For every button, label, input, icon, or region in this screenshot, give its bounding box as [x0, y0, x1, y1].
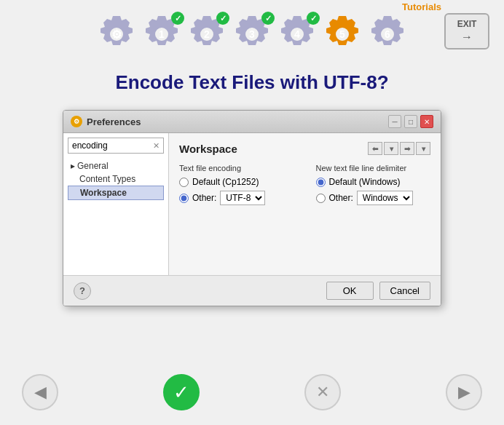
help-button[interactable]: ? [74, 282, 91, 300]
delimiter-other-radio[interactable] [316, 194, 326, 203]
line-delimiter-group: New text file line delimiter Default (Wi… [316, 164, 431, 209]
delimiter-default-label: Default (Windows) [329, 177, 401, 187]
exit-button[interactable]: EXIT → [444, 13, 489, 49]
nav-back-btn[interactable]: ⬅ [368, 142, 382, 155]
tree-general[interactable]: ▸ General [68, 159, 164, 172]
ok-button[interactable]: OK [326, 282, 374, 300]
search-box: ✕ [68, 138, 164, 154]
gear-step-1[interactable]: 1 ✓ [141, 13, 183, 55]
dialog-maximize-btn[interactable]: □ [404, 115, 417, 128]
text-encoding-label: Text file encoding [179, 164, 294, 172]
confirm-button[interactable]: ✓ [163, 374, 200, 410]
gear-settings[interactable]: ⚙ [95, 13, 138, 55]
nav-dropdown-btn[interactable]: ▾ [384, 142, 398, 155]
nav-arrows: ⬅ ▾ ➡ ▾ [368, 142, 430, 155]
main-heading: Encode Text Files with UTF-8? [0, 71, 504, 94]
search-input[interactable] [72, 140, 153, 151]
dialog-content: Workspace ⬅ ▾ ➡ ▾ Text file encoding [169, 133, 441, 275]
exit-arrow-icon: → [461, 31, 473, 44]
step-5-label: 5 [339, 28, 345, 40]
forward-button[interactable]: ▶ [446, 374, 482, 410]
encoding-select[interactable]: UTF-8 [220, 191, 265, 205]
tree-content-types[interactable]: Content Types [68, 172, 164, 186]
dialog-title-left: ⚙ Preferences [71, 116, 141, 127]
delimiter-select[interactable]: Windows [357, 191, 413, 205]
clear-search-icon[interactable]: ✕ [153, 141, 160, 151]
gear-step-3[interactable]: 3 ✓ [231, 13, 273, 55]
content-title: Workspace ⬅ ▾ ➡ ▾ [179, 142, 430, 155]
prefs-icon: ⚙ [71, 116, 82, 127]
text-file-encoding-group: Text file encoding Default (Cp1252) Othe… [179, 164, 294, 209]
step-3-label: 3 [249, 28, 255, 40]
dialog-sidebar: ✕ ▸ General Content Types Workspace [63, 133, 169, 275]
dialog-minimize-btn[interactable]: ─ [388, 115, 401, 128]
forward-icon: ▶ [458, 383, 470, 402]
tree-workspace[interactable]: Workspace [68, 186, 164, 200]
dialog-overlay: ⚙ Preferences ─ □ ✕ ✕ ▸ General [0, 110, 504, 306]
prefs-row: Text file encoding Default (Cp1252) Othe… [179, 164, 430, 209]
confirm-icon: ✓ [173, 381, 189, 404]
back-button[interactable]: ◀ [22, 374, 58, 410]
tree-general-label: General [77, 161, 109, 171]
dialog-footer: ? OK Cancel [63, 275, 441, 306]
bottom-nav: ◀ ✓ ✕ ▶ [0, 374, 504, 410]
dialog-close-btn[interactable]: ✕ [420, 115, 433, 128]
dialog-body: ✕ ▸ General Content Types Workspace Work… [63, 133, 441, 275]
encoding-other-radio[interactable] [179, 194, 189, 203]
encoding-default-row: Default (Cp1252) [179, 177, 294, 187]
step-6-label: 6 [385, 28, 390, 40]
delimiter-other-row: Other: Windows [316, 191, 431, 205]
line-delimiter-label: New text file line delimiter [316, 164, 431, 172]
step-4-label: 4 [294, 28, 300, 40]
delimiter-default-radio[interactable] [316, 178, 326, 187]
tree-workspace-label: Workspace [80, 188, 127, 198]
nav-forward-btn[interactable]: ➡ [400, 142, 414, 155]
gear-step-6[interactable]: 6 [366, 13, 409, 55]
encoding-default-label: Default (Cp1252) [192, 177, 259, 187]
encoding-other-row: Other: UTF-8 [179, 191, 294, 205]
delimiter-other-label: Other: [329, 193, 353, 203]
delimiter-default-row: Default (Windows) [316, 177, 431, 187]
dialog-title-text: Preferences [87, 116, 141, 127]
dialog-controls: ─ □ ✕ [388, 115, 433, 128]
step-1-check: ✓ [171, 12, 184, 25]
step-3-check: ✓ [261, 12, 275, 25]
step-1-label: 1 [159, 28, 165, 40]
gear-step-2[interactable]: 2 ✓ [186, 13, 228, 55]
gear-step-4[interactable]: 4 ✓ [276, 13, 318, 55]
footer-buttons: OK Cancel [326, 282, 430, 300]
cancel-button[interactable]: Cancel [379, 282, 430, 300]
encoding-other-label: Other: [192, 193, 216, 203]
step-4-check: ✓ [307, 12, 320, 25]
cancel-nav-button[interactable]: ✕ [304, 374, 341, 410]
tree-expand-icon: ▸ [71, 161, 75, 171]
nav-menu-btn[interactable]: ▾ [416, 142, 430, 155]
gear-settings-icon: ⚙ [111, 28, 122, 41]
step-2-check: ✓ [216, 12, 229, 25]
back-icon: ◀ [34, 383, 47, 402]
gear-step-5[interactable]: 5 [321, 13, 363, 55]
tutorials-hint: Tutorials [398, 0, 446, 14]
exit-label: EXIT [457, 19, 477, 29]
workspace-title: Workspace [179, 143, 237, 155]
encoding-default-radio[interactable] [179, 178, 189, 187]
tree-content-types-label: Content Types [79, 174, 135, 184]
dialog-titlebar: ⚙ Preferences ─ □ ✕ [63, 111, 441, 133]
step-2-label: 2 [204, 28, 210, 40]
cancel-nav-icon: ✕ [316, 383, 329, 402]
preferences-dialog: ⚙ Preferences ─ □ ✕ ✕ ▸ General [63, 110, 441, 306]
